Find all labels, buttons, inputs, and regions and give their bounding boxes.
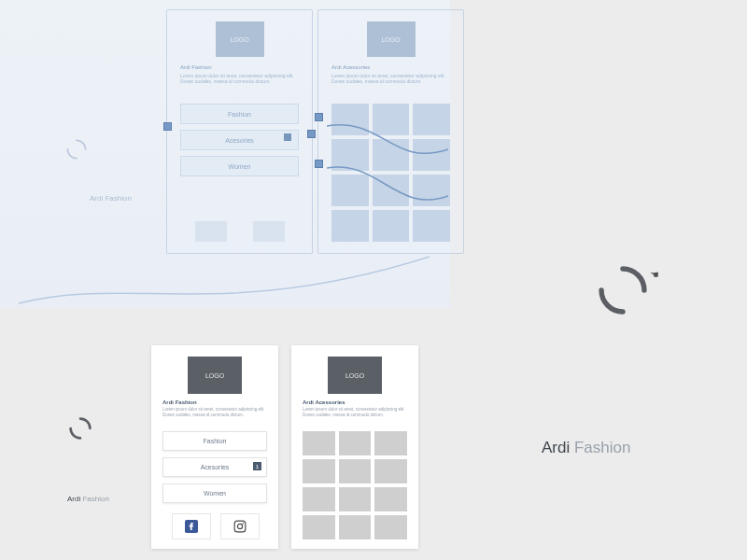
design-canvas: Ardi Fashion LOGO Ardi Fashion Lorem ips… (0, 0, 747, 560)
wireframe-accessories[interactable]: LOGO Ardi Acessories Lorem ipsum dolor s… (317, 9, 464, 254)
page-title: Ardi Acessories (303, 399, 345, 405)
mock-card-home[interactable]: LOGO Ardi Fashion Lorem ipsum dolor sit … (151, 345, 278, 549)
logo-placeholder: LOGO (188, 357, 242, 394)
description-text: Lorem ipsum dolor sit amet, consectetur … (303, 407, 407, 418)
product-cell[interactable] (331, 175, 369, 206)
instagram-icon[interactable] (253, 221, 285, 242)
nav-button-fashion[interactable]: Fashion (180, 104, 299, 124)
svg-rect-1 (234, 521, 246, 532)
product-cell[interactable] (373, 175, 410, 206)
logo-placeholder: LOGO (328, 357, 382, 394)
product-cell[interactable] (331, 104, 369, 135)
product-cell[interactable] (373, 139, 410, 171)
mock-card-accessories[interactable]: LOGO Ardi Acessories Lorem ipsum dolor s… (291, 345, 418, 549)
svg-point-3 (242, 523, 244, 525)
product-cell[interactable] (413, 210, 450, 242)
nav-button-fashion[interactable]: Fashion (162, 431, 267, 451)
product-cell[interactable] (339, 459, 372, 483)
description-text: Lorem ipsum dolor sit amet, consectetur … (331, 73, 450, 84)
product-cell[interactable] (303, 487, 335, 511)
product-cell[interactable] (374, 487, 407, 511)
svg-point-2 (237, 524, 242, 528)
product-cell[interactable] (303, 515, 335, 539)
product-cell[interactable] (413, 104, 450, 135)
product-cell[interactable] (374, 515, 407, 539)
product-cell[interactable] (374, 459, 407, 483)
product-grid (331, 104, 450, 242)
description-text: Lorem ipsum dolor sit amet, consectetur … (180, 73, 299, 84)
product-cell[interactable] (373, 210, 410, 242)
product-cell[interactable] (374, 431, 407, 455)
badge-count: 1 (253, 462, 261, 470)
product-cell[interactable] (373, 104, 410, 135)
product-cell[interactable] (339, 431, 372, 455)
badge-count (284, 133, 291, 141)
breadcrumb: Ardi Fashion (90, 194, 132, 203)
spinner-icon (598, 265, 648, 315)
page-title: Ardi Fashion (162, 399, 197, 405)
nav-button-women[interactable]: Women (180, 156, 299, 176)
spinner-icon (68, 416, 92, 441)
breadcrumb: Ardi Fashion (67, 495, 109, 503)
product-grid (303, 431, 407, 539)
logo-placeholder: LOGO (367, 21, 416, 57)
nav-button-accessories[interactable]: Acesories (162, 457, 267, 477)
pointer-cursor-icon: ☚ (650, 269, 659, 281)
bezier-handle[interactable] (315, 113, 323, 121)
product-cell[interactable] (339, 487, 372, 511)
product-cell[interactable] (303, 431, 335, 455)
product-cell[interactable] (331, 210, 369, 242)
blueprint-backdrop: Ardi Fashion LOGO Ardi Fashion Lorem ips… (0, 0, 450, 308)
bezier-handle[interactable] (163, 122, 172, 131)
wireframe-home[interactable]: LOGO Ardi Fashion Lorem ipsum dolor sit … (166, 9, 313, 254)
facebook-icon[interactable] (172, 513, 211, 539)
product-cell[interactable] (413, 175, 450, 206)
facebook-icon[interactable] (195, 221, 227, 242)
breadcrumb: Ardi Fashion (542, 439, 630, 457)
logo-placeholder: LOGO (216, 21, 264, 57)
product-cell[interactable] (331, 139, 369, 171)
nav-button-accessories[interactable]: Acesories (180, 130, 299, 150)
bezier-handle[interactable] (307, 130, 316, 138)
flow-connector (19, 247, 430, 331)
description-text: Lorem ipsum dolor sit amet, consectetur … (162, 407, 267, 418)
instagram-icon[interactable] (220, 513, 260, 539)
product-cell[interactable] (413, 139, 450, 171)
nav-button-women[interactable]: Women (162, 483, 267, 503)
product-cell[interactable] (303, 459, 335, 483)
bezier-handle[interactable] (315, 160, 323, 168)
product-cell[interactable] (339, 515, 372, 539)
spinner-icon (65, 138, 88, 161)
page-title: Ardi Acessories (331, 64, 370, 70)
page-title: Ardi Fashion (180, 64, 212, 70)
